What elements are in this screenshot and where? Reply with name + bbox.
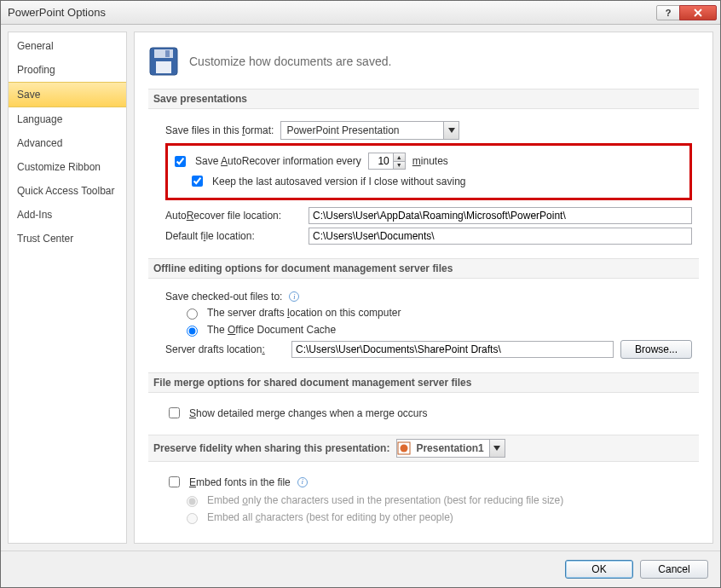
close-button[interactable] (679, 5, 717, 20)
sidebar-item-trust-center[interactable]: Trust Center (9, 227, 126, 251)
save-format-value: PowerPoint Presentation (281, 124, 443, 136)
help-button[interactable]: ? (656, 5, 680, 20)
sidebar-item-label: Customize Ribbon (17, 161, 101, 173)
chevron-down-icon (443, 122, 459, 139)
save-format-combo[interactable]: PowerPoint Presentation (280, 121, 459, 140)
embed-all-label: Embed all characters (best for editing b… (207, 511, 453, 523)
window-title: PowerPoint Options (8, 6, 652, 19)
browse-button[interactable]: Browse... (620, 340, 692, 359)
sidebar-item-advanced[interactable]: Advanced (9, 131, 126, 155)
server-drafts-loc-input[interactable] (291, 341, 614, 358)
keep-last-checkbox[interactable] (192, 176, 203, 187)
section-header-offline: Offline editing options for document man… (148, 258, 699, 279)
embed-only-radio (187, 496, 198, 507)
show-merge-checkbox[interactable] (169, 407, 180, 418)
sidebar-item-label: Save (17, 89, 40, 101)
section-header-preserve: Preserve fidelity when sharing this pres… (148, 435, 699, 462)
svg-rect-2 (156, 61, 171, 73)
window-buttons: ? (657, 5, 717, 20)
embed-fonts-label: Embed fonts in the file (189, 476, 291, 488)
preserve-header-label: Preserve fidelity when sharing this pres… (153, 442, 389, 454)
sidebar-item-label: Add-Ins (17, 209, 52, 221)
close-icon (694, 9, 702, 17)
save-checked-out-label: Save checked-out files to: (165, 291, 282, 303)
embed-fonts-checkbox[interactable] (169, 476, 180, 487)
autorecover-highlight: Save AutoRecover information every ▲ ▼ m… (165, 143, 692, 200)
server-drafts-radio[interactable] (187, 308, 198, 320)
keep-last-label: Keep the last autosaved version if I clo… (212, 176, 466, 187)
dialog-footer: OK Cancel (1, 551, 720, 587)
sidebar-item-language[interactable]: Language (9, 107, 126, 131)
embed-all-radio (187, 513, 198, 524)
sidebar-item-general[interactable]: General (9, 34, 126, 58)
sidebar-item-quick-access[interactable]: Quick Access Toolbar (9, 179, 126, 203)
section-save-presentations: Save presentations Save files in this fo… (148, 89, 699, 253)
sidebar-item-customize-ribbon[interactable]: Customize Ribbon (9, 155, 126, 179)
section-offline: Offline editing options for document man… (148, 258, 699, 367)
sidebar-item-add-ins[interactable]: Add-Ins (9, 203, 126, 227)
autorecover-value[interactable] (369, 153, 393, 169)
spin-down-icon[interactable]: ▼ (394, 162, 405, 170)
info-icon[interactable]: i (297, 477, 308, 487)
svg-rect-3 (165, 50, 170, 57)
sidebar: General Proofing Save Language Advanced … (8, 32, 127, 544)
sidebar-item-proofing[interactable]: Proofing (9, 58, 126, 82)
presentation-combo[interactable]: Presentation1 (396, 439, 505, 458)
options-dialog: PowerPoint Options ? General Proofing Sa… (0, 0, 721, 588)
dialog-body: General Proofing Save Language Advanced … (1, 25, 720, 551)
default-loc-input[interactable] (309, 228, 692, 245)
info-icon[interactable]: i (289, 291, 299, 302)
ok-button[interactable]: OK (565, 560, 633, 579)
cancel-button[interactable]: Cancel (640, 560, 708, 579)
section-preserve-fidelity: Preserve fidelity when sharing this pres… (148, 435, 699, 533)
titlebar: PowerPoint Options ? (1, 1, 720, 25)
svg-point-5 (401, 445, 408, 453)
save-format-label: Save files in this format: (165, 124, 274, 136)
page-heading-row: Customize how documents are saved. (148, 46, 699, 77)
sidebar-item-label: Advanced (17, 137, 62, 149)
office-cache-radio[interactable] (187, 326, 198, 337)
autorecover-loc-input[interactable] (309, 207, 692, 224)
chevron-down-icon (489, 440, 505, 457)
sidebar-item-label: Proofing (17, 64, 55, 76)
powerpoint-file-icon (397, 441, 411, 455)
content-pane: Customize how documents are saved. Save … (134, 32, 713, 544)
server-drafts-loc-label: Server drafts location: (165, 343, 285, 355)
sidebar-item-label: Quick Access Toolbar (17, 185, 115, 197)
section-header-save: Save presentations (148, 89, 699, 109)
server-drafts-radio-label: The server drafts location on this compu… (207, 307, 401, 319)
section-header-merge: File merge options for shared document m… (148, 372, 699, 393)
default-loc-label: Default file location: (165, 230, 302, 242)
sidebar-item-save[interactable]: Save (9, 82, 126, 107)
spinner-buttons[interactable]: ▲ ▼ (393, 153, 405, 169)
presentation-combo-value: Presentation1 (411, 442, 488, 454)
embed-only-label: Embed only the characters used in the pr… (207, 494, 563, 506)
save-disk-icon (148, 46, 179, 77)
page-heading: Customize how documents are saved. (189, 55, 391, 68)
autorecover-unit: minutes (412, 155, 448, 167)
sidebar-item-label: Language (17, 113, 62, 125)
autorecover-label: Save AutoRecover information every (195, 155, 361, 167)
svg-rect-1 (154, 49, 173, 58)
autorecover-checkbox[interactable] (175, 156, 186, 167)
autorecover-loc-label: AutoRecover file location: (165, 210, 302, 222)
office-cache-radio-label: The Office Document Cache (207, 324, 336, 336)
show-merge-label: Show detailed merge changes when a merge… (189, 407, 428, 419)
section-merge: File merge options for shared document m… (148, 372, 699, 429)
autorecover-spinner[interactable]: ▲ ▼ (368, 153, 406, 170)
spin-up-icon[interactable]: ▲ (394, 153, 405, 162)
sidebar-item-label: General (17, 40, 54, 52)
sidebar-item-label: Trust Center (17, 233, 73, 245)
